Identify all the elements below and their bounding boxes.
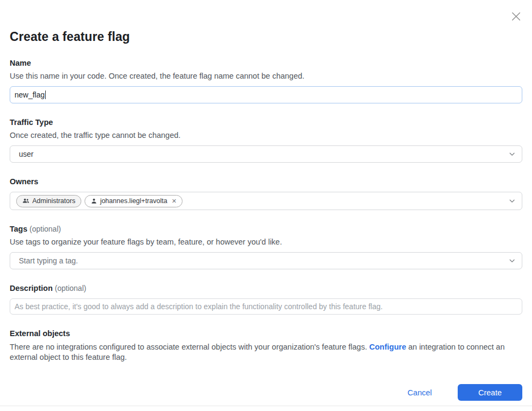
tags-select[interactable] <box>10 252 522 269</box>
description-input-wrap <box>10 298 522 315</box>
name-input-value: new_flag <box>15 90 45 99</box>
remove-owner-icon[interactable]: ✕ <box>172 198 177 204</box>
external-objects-section: External objects There are no integratio… <box>10 328 522 362</box>
owner-chip-administrators[interactable]: Administrators <box>16 195 81 207</box>
owners-section: Owners Administrators johannes.liegl+tra… <box>10 176 522 210</box>
create-button[interactable]: Create <box>458 384 522 401</box>
owner-chip-label: johannes.liegl+travolta <box>100 197 167 205</box>
bottom-divider <box>0 406 532 406</box>
person-icon <box>90 198 97 205</box>
description-optional-hint: (optional) <box>55 284 86 292</box>
traffic-type-select[interactable]: user <box>10 145 522 163</box>
name-label: Name <box>10 58 522 68</box>
external-objects-text: There are no integrations configured to … <box>10 342 522 362</box>
configure-link[interactable]: Configure <box>369 343 406 351</box>
tags-section: Tags (optional) Use tags to organize you… <box>10 224 522 269</box>
description-input[interactable] <box>15 302 517 311</box>
name-field-section: Name Use this name in your code. Once cr… <box>10 58 522 103</box>
traffic-type-description: Once created, the traffic type cannot be… <box>10 130 522 141</box>
tags-optional-hint: (optional) <box>30 225 61 233</box>
name-input[interactable]: new_flag <box>10 86 522 103</box>
traffic-type-selected-value: user <box>19 150 33 158</box>
chevron-down-icon <box>508 197 516 205</box>
owner-chip-user[interactable]: johannes.liegl+travolta ✕ <box>85 195 183 207</box>
group-icon <box>22 197 30 205</box>
owners-label: Owners <box>10 176 522 187</box>
owner-chip-label: Administrators <box>32 197 75 205</box>
description-section: Description (optional) <box>10 283 522 315</box>
traffic-type-section: Traffic Type Once created, the traffic t… <box>10 117 522 163</box>
description-label-text: Description <box>10 284 53 292</box>
owners-select[interactable]: Administrators johannes.liegl+travolta ✕ <box>10 192 522 210</box>
chevron-down-icon <box>508 150 516 158</box>
tags-label-text: Tags <box>10 225 27 233</box>
name-description: Use this name in your code. Once created… <box>10 71 522 81</box>
close-x-glyph <box>510 11 522 22</box>
close-icon[interactable] <box>508 9 523 24</box>
cancel-button[interactable]: Cancel <box>400 385 439 400</box>
tags-description: Use tags to organize your feature flags … <box>10 237 522 247</box>
text-caret <box>45 90 46 99</box>
tags-label: Tags (optional) <box>10 224 522 234</box>
description-label: Description (optional) <box>10 283 522 294</box>
tags-input[interactable] <box>19 256 503 265</box>
traffic-type-label: Traffic Type <box>10 117 522 128</box>
dialog-title: Create a feature flag <box>10 0 522 44</box>
external-objects-label: External objects <box>10 328 522 339</box>
chevron-down-icon <box>508 257 516 264</box>
create-feature-flag-dialog: Create a feature flag Name Use this name… <box>0 0 532 411</box>
dialog-footer: Cancel Create <box>10 384 522 401</box>
external-text-before: There are no integrations configured to … <box>10 343 369 351</box>
